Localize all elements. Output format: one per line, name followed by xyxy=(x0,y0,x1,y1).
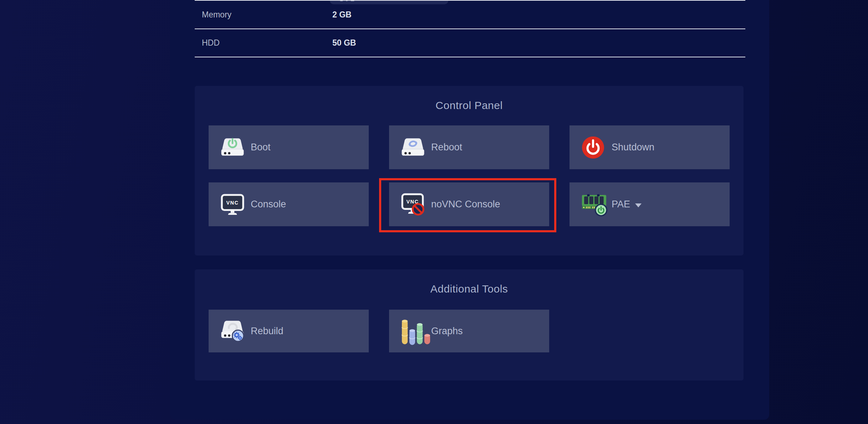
bar-chart-icon xyxy=(401,317,431,345)
button-label: Console xyxy=(251,199,286,210)
button-label: Shutdown xyxy=(612,142,654,153)
power-red-icon xyxy=(582,136,612,159)
novnc-console-button[interactable]: VNC noVNC Console xyxy=(389,182,549,226)
drive-power-icon xyxy=(221,138,251,157)
spec-label-memory: Memory xyxy=(195,10,332,20)
boot-button[interactable]: Boot xyxy=(209,125,369,169)
content-card: Memory 2 GB HDD 50 GB Control Panel Boot xyxy=(170,0,769,420)
button-label: Reboot xyxy=(431,142,462,153)
button-label: PAE xyxy=(612,199,630,210)
graphs-button[interactable]: Graphs xyxy=(389,310,549,352)
rebuild-button[interactable]: Rebuild xyxy=(209,310,369,352)
drive-refresh-icon xyxy=(401,138,431,157)
button-label: Rebuild xyxy=(251,326,284,337)
reboot-button[interactable]: Reboot xyxy=(389,125,549,169)
vnc-monitor-blocked-icon: VNC xyxy=(401,193,431,216)
table-row: Memory 2 GB xyxy=(195,0,745,29)
button-label: Boot xyxy=(251,142,271,153)
drive-rebuild-icon xyxy=(221,320,251,342)
chevron-down-icon xyxy=(635,203,642,207)
table-row: HDD 50 GB xyxy=(195,29,745,57)
pae-dropdown-button[interactable]: PAE xyxy=(570,182,730,226)
section-title: Additional Tools xyxy=(195,269,744,295)
spec-value-memory: 2 GB xyxy=(332,10,352,20)
button-label: noVNC Console xyxy=(431,199,500,210)
spec-value-hdd: 50 GB xyxy=(332,38,356,48)
additional-tools-section: Additional Tools xyxy=(195,269,744,381)
control-panel-section: Control Panel Boot xyxy=(195,86,744,255)
shutdown-button[interactable]: Shutdown xyxy=(570,125,730,169)
svg-text:VNC: VNC xyxy=(226,200,239,206)
ram-power-icon xyxy=(582,193,612,216)
server-spec-table: Memory 2 GB HDD 50 GB xyxy=(195,0,745,57)
console-button[interactable]: VNC Console xyxy=(209,182,369,226)
button-label: Graphs xyxy=(431,326,463,337)
section-title: Control Panel xyxy=(195,86,744,112)
vnc-monitor-icon: VNC xyxy=(221,194,251,215)
spec-label-hdd: HDD xyxy=(195,38,332,48)
